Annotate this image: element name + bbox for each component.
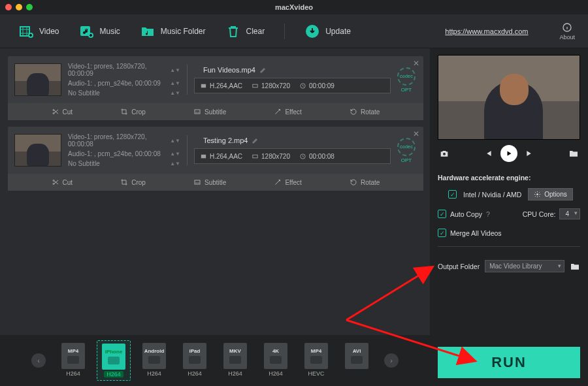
stepper-icon[interactable]: ▲▼	[170, 151, 180, 157]
cut-button[interactable]: Cut	[52, 108, 73, 116]
clock-icon	[299, 82, 306, 89]
rotate-icon	[350, 108, 357, 116]
output-folder-select[interactable]: Mac Video Library	[485, 260, 564, 272]
edit-icon[interactable]	[259, 66, 267, 74]
subtitle-button[interactable]: Subtitle	[193, 178, 226, 186]
resolution-icon	[252, 153, 259, 160]
svg-rect-0	[20, 27, 29, 36]
about-button[interactable]: About	[559, 22, 575, 40]
crop-icon	[120, 178, 128, 186]
close-icon[interactable]: ✕	[413, 59, 419, 68]
cut-button[interactable]: Cut	[52, 178, 73, 186]
track-info: Video-1: prores, 1280x720, 00:00:08▲▼ Au…	[68, 133, 180, 167]
subtitle-icon	[193, 108, 201, 116]
toolbar-update-label: Update	[325, 27, 351, 36]
stepper-icon[interactable]: ▲▼	[170, 138, 180, 144]
help-icon[interactable]: ?	[486, 210, 490, 218]
hw-checkbox[interactable]: ✓	[448, 190, 457, 199]
cpu-core-label: CPU Core:	[523, 210, 556, 218]
scissors-icon	[52, 178, 59, 186]
svg-rect-13	[253, 155, 257, 158]
output-folder-label: Output Folder	[438, 263, 480, 270]
folder-icon[interactable]	[568, 148, 579, 159]
carousel-prev[interactable]: ‹	[31, 353, 46, 368]
merge-checkbox[interactable]: ✓	[438, 229, 446, 237]
about-label: About	[559, 34, 575, 40]
format-avi-[interactable]: AVI	[340, 340, 374, 381]
toolbar-update[interactable]: Update	[304, 24, 351, 39]
subtitle-icon	[193, 178, 201, 186]
format-mkv-h264[interactable]: MKVH264	[218, 340, 252, 381]
thumbnail[interactable]	[14, 134, 61, 167]
website-link[interactable]: https://www.macxdvd.com	[445, 27, 528, 35]
gear-icon: codec	[397, 138, 416, 156]
effect-button[interactable]: Effect	[274, 108, 301, 116]
svg-point-9	[53, 110, 54, 111]
crop-button[interactable]: Crop	[120, 108, 146, 116]
stepper-icon[interactable]: ▲▼	[170, 80, 180, 86]
next-icon[interactable]	[525, 149, 534, 158]
filmstrip-plus-icon	[18, 24, 34, 39]
play-button[interactable]	[500, 145, 517, 162]
app-title: macXvideo	[0, 3, 588, 11]
format-mp4-h264[interactable]: MP4H264	[56, 340, 90, 381]
auto-copy-checkbox[interactable]: ✓	[438, 210, 446, 218]
gear-icon: codec	[397, 67, 416, 86]
thumbnail[interactable]	[14, 63, 61, 96]
close-icon[interactable]: ✕	[413, 129, 419, 138]
camera-icon[interactable]	[439, 148, 449, 159]
toolbar-music[interactable]: Music	[78, 24, 120, 39]
toolbar-video[interactable]: Video	[18, 24, 59, 39]
rotate-icon	[350, 178, 357, 186]
hw-accelerate-label: Hardware accelerate engine:	[438, 174, 580, 182]
folder-music-icon	[140, 24, 155, 39]
rotate-button[interactable]: Rotate	[350, 178, 380, 186]
gear-icon	[534, 191, 541, 198]
svg-point-16	[53, 184, 54, 185]
file-item: ✕ Video-1: prores, 1280x720, 00:00:09▲▼ …	[8, 56, 423, 120]
output-settings[interactable]: H.264,AAC 1280x720 00:00:08	[194, 148, 391, 164]
toolbar-music-folder-label: Music Folder	[161, 27, 206, 36]
file-item: ✕ Video-1: prores, 1280x720, 00:00:08▲▼ …	[8, 127, 423, 191]
crop-button[interactable]: Crop	[120, 178, 146, 186]
format-android-h264[interactable]: AndroidH264	[137, 340, 171, 381]
svg-point-18	[443, 153, 446, 155]
scissors-icon	[52, 108, 59, 116]
info-icon	[562, 22, 572, 33]
svg-rect-17	[195, 180, 200, 184]
toolbar-video-label: Video	[39, 27, 59, 36]
wand-icon	[274, 108, 282, 116]
rotate-button[interactable]: Rotate	[350, 108, 380, 116]
stepper-icon[interactable]: ▲▼	[170, 161, 180, 167]
trash-icon	[225, 24, 241, 39]
window-minimize[interactable]	[16, 4, 22, 10]
prev-icon[interactable]	[483, 149, 493, 158]
edit-icon[interactable]	[252, 137, 259, 144]
subtitle-button[interactable]: Subtitle	[193, 108, 226, 116]
toolbar-clear[interactable]: Clear	[225, 24, 265, 39]
stepper-icon[interactable]: ▲▼	[170, 90, 180, 96]
codec-options-button[interactable]: codec OPT	[397, 67, 416, 93]
effect-button[interactable]: Effect	[274, 178, 301, 186]
run-button[interactable]: RUN	[438, 347, 580, 378]
carousel-next[interactable]: ›	[384, 353, 399, 368]
format-ipad-h264[interactable]: iPadH264	[178, 340, 212, 381]
format-mp4-hevc[interactable]: MP4HEVC	[299, 340, 333, 381]
cpu-core-select[interactable]: 4	[559, 208, 580, 219]
auto-copy-label: Auto Copy	[450, 210, 482, 218]
output-settings[interactable]: H.264,AAC 1280x720 00:00:09	[194, 78, 391, 93]
hw-options-button[interactable]: Options	[528, 188, 572, 201]
preview-player[interactable]	[438, 55, 580, 140]
merge-label: Merge All Videos	[450, 229, 502, 237]
resolution-icon	[252, 82, 259, 89]
toolbar: Video Music Music Folder Clear Update ht…	[0, 14, 588, 48]
format-4k-h264[interactable]: 4KH264	[259, 340, 293, 381]
toolbar-music-folder[interactable]: Music Folder	[140, 24, 206, 39]
browse-folder-icon[interactable]	[570, 261, 580, 272]
format-iphone-h264[interactable]: iPhoneH264	[97, 340, 131, 381]
stepper-icon[interactable]: ▲▼	[170, 67, 180, 73]
window-close[interactable]	[5, 4, 12, 10]
svg-point-15	[53, 180, 54, 182]
window-zoom[interactable]	[26, 4, 33, 10]
codec-options-button[interactable]: codec OPT	[397, 138, 416, 163]
